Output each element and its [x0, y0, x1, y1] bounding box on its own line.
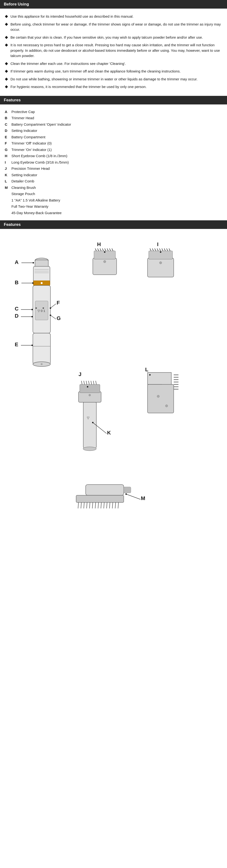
bullet-text: If trimmer gets warm during use, turn tr… [10, 69, 181, 74]
svg-text:J: J [78, 371, 81, 377]
feature-letter: M [5, 185, 11, 190]
svg-text:L: L [145, 367, 148, 372]
svg-line-97 [78, 502, 78, 508]
svg-text:E: E [15, 341, 18, 347]
feature-item: LDetailer Comb [5, 179, 222, 184]
svg-line-55 [155, 248, 156, 251]
svg-line-70 [86, 381, 87, 384]
label-g-group: G [50, 314, 61, 321]
page-container: Before Using Use this appliance for its … [0, 0, 227, 704]
label-f-group: F [50, 300, 60, 309]
feature-text: Cleaning Brush [11, 185, 36, 190]
feature-extra: 1 "AA" 1.5 Volt Alkaline Battery [5, 198, 222, 203]
feature-item: DSetting Indicator [5, 128, 222, 133]
svg-rect-83 [148, 384, 174, 413]
feature-item: FTrimmer 'Off' Indicator (0) [5, 141, 222, 146]
features-list-container: AProtective CapBTrimmer HeadCBattery Com… [5, 109, 222, 216]
feature-extra: Storage Pouch [5, 191, 222, 197]
bullet-text: Clean the trimmer after each use. For in… [10, 61, 126, 66]
features-list-section: AProtective CapBTrimmer HeadCBattery Com… [0, 107, 227, 221]
svg-point-91 [157, 395, 159, 398]
feature-text: Trimmer 'On' Indicator (1) [11, 147, 52, 153]
svg-line-33 [50, 304, 56, 308]
svg-line-59 [164, 248, 165, 251]
svg-text:H: H [97, 241, 101, 247]
label-a-group: A [15, 259, 34, 265]
feature-item: CBattery Compartment 'Open' Indicator [5, 122, 222, 127]
svg-line-74 [96, 381, 97, 384]
diagram-svg: ▽ 0 1 A [5, 234, 222, 699]
svg-line-57 [159, 248, 161, 251]
feature-letter: C [5, 122, 11, 127]
bullet-item: Be certain that your skin is clean. If y… [5, 35, 222, 40]
svg-line-68 [81, 381, 82, 384]
feature-item: ILong Eyebrow Comb (3/16 in./5mm) [5, 160, 222, 165]
svg-line-56 [157, 248, 158, 251]
feature-extra: Full Two-Year Warranty [5, 204, 222, 209]
bullet-text: Use this appliance for its intended hous… [10, 14, 134, 19]
bullet-item: Clean the trimmer after each use. For in… [5, 61, 222, 66]
svg-text:G: G [56, 315, 61, 321]
svg-line-105 [101, 502, 101, 508]
svg-line-111 [118, 502, 118, 508]
bullet-diamond-icon [5, 62, 8, 65]
bullet-item: Do not use while bathing, showering or i… [5, 76, 222, 82]
svg-line-73 [93, 381, 94, 384]
svg-point-50 [104, 251, 105, 253]
svg-line-53 [150, 248, 151, 251]
bullet-item: If trimmer gets warm during use, turn tr… [5, 69, 222, 74]
bullet-text: Be certain that your skin is clean. If y… [10, 35, 203, 40]
svg-line-36 [50, 315, 56, 319]
bullet-item: Before using, check trimmer for wear or … [5, 22, 222, 32]
feature-item: GTrimmer 'On' Indicator (1) [5, 147, 222, 153]
detailer-comb [148, 372, 179, 413]
svg-line-100 [87, 502, 87, 508]
feature-text: Short Eyebrow Comb (1/8 in./3mm) [11, 153, 67, 159]
before-using-section: Use this appliance for its intended hous… [0, 11, 227, 96]
svg-point-28 [31, 316, 33, 317]
feature-letter: B [5, 116, 11, 121]
svg-point-79 [87, 386, 88, 388]
diagram-container: ▽ 0 1 A [5, 234, 222, 699]
svg-line-44 [105, 248, 106, 251]
svg-text:F: F [56, 300, 60, 306]
feature-item: MCleaning Brush [5, 185, 222, 190]
svg-line-58 [162, 248, 163, 251]
bullet-diamond-icon [5, 15, 8, 18]
svg-line-109 [112, 502, 113, 508]
svg-line-60 [166, 248, 168, 251]
feature-letter: G [5, 147, 11, 153]
feature-text: Setting Indicator [11, 173, 37, 178]
feature-text: Long Eyebrow Comb (3/16 in./5mm) [11, 160, 69, 165]
svg-line-41 [98, 248, 99, 251]
bullet-item: Use this appliance for its intended hous… [5, 14, 222, 19]
svg-line-101 [89, 502, 90, 508]
feature-letter: J [5, 166, 11, 172]
svg-line-106 [104, 502, 104, 508]
svg-line-46 [109, 248, 111, 251]
feature-text: Setting Indicator [11, 128, 37, 133]
bullet-diamond-icon [5, 44, 8, 47]
svg-point-94 [149, 374, 151, 376]
cleaning-brush [76, 485, 131, 508]
svg-line-103 [95, 502, 96, 508]
svg-point-77 [89, 394, 91, 396]
bullet-diamond-icon [5, 36, 8, 39]
feature-text: Detailer Comb [11, 179, 34, 184]
svg-point-25 [31, 309, 33, 310]
label-m-group: M [125, 493, 145, 501]
svg-line-54 [152, 248, 153, 251]
bullet-diamond-icon [5, 78, 8, 81]
svg-point-22 [32, 282, 34, 284]
feature-text: Trimmer 'Off' Indicator (0) [11, 141, 52, 146]
feature-item: JPrecision Trimmer Head [5, 166, 222, 172]
feature-item: EBattery Compartment [5, 134, 222, 140]
svg-point-31 [31, 345, 33, 346]
label-e-group: E [15, 341, 33, 347]
bullet-diamond-icon [5, 23, 8, 26]
svg-rect-96 [76, 495, 124, 502]
svg-rect-51 [148, 258, 174, 277]
bullet-diamond-icon [5, 85, 8, 89]
svg-point-62 [159, 261, 162, 264]
feature-text: Precision Trimmer Head [11, 166, 50, 172]
